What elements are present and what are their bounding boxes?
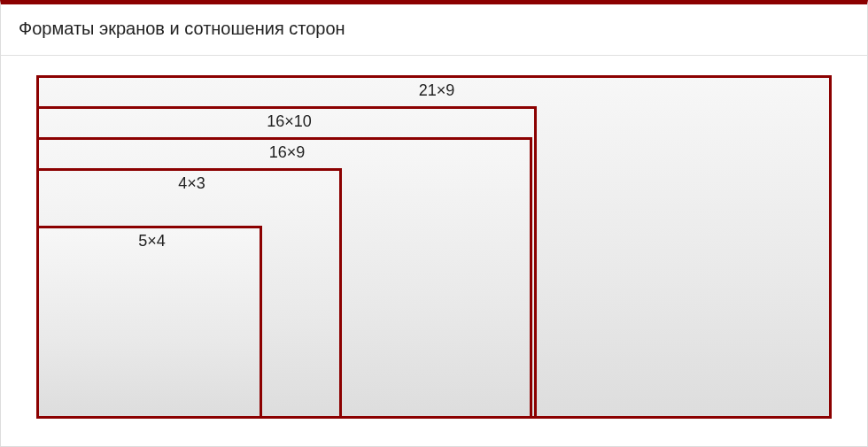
ratio-label-21x9: 21×9 [39,81,834,100]
ratio-label-16x9: 16×9 [39,143,535,162]
diagram-canvas: 21×9 16×10 16×9 4×3 5×4 [36,75,832,425]
ratio-label-5x4: 5×4 [39,232,265,250]
page-title: Форматы экранов и сотношения сторон [1,4,867,56]
ratio-box-5x4: 5×4 [36,226,262,419]
ratio-label-16x10: 16×10 [39,112,539,131]
diagram-container: Форматы экранов и сотношения сторон 21×9… [0,0,868,447]
ratio-label-4x3: 4×3 [39,174,345,193]
